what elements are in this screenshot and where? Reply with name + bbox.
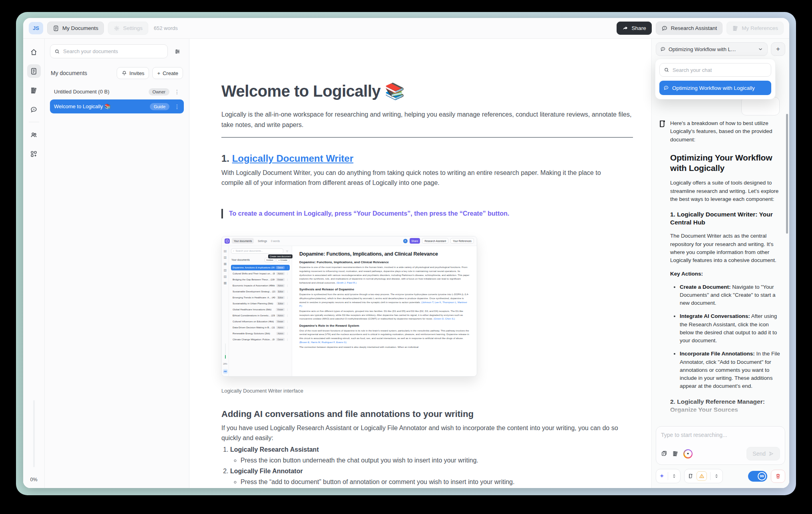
document-editor[interactable]: Welcome to Logically 📚 Logically is the …: [189, 39, 651, 488]
chevron-down-icon: [758, 46, 763, 52]
home-nav-button[interactable]: [27, 45, 41, 59]
document-title: Welcome to Logically 📚: [221, 82, 633, 101]
share-icon: [622, 25, 629, 32]
credits-toggle[interactable]: 99: [748, 471, 767, 482]
screenshot-settings-button: Settings: [256, 238, 269, 244]
warning-icon: [699, 473, 705, 479]
assistant-intro: Here's a breakdown of how to best utiliz…: [670, 119, 781, 144]
image-caption: Logically Document Writer interface: [221, 388, 633, 394]
chat-selector-dropdown[interactable]: Optimizing Workflow with L…: [656, 42, 768, 56]
screenshot-rail-avatar: AW: [223, 369, 228, 374]
section-2-heading: Adding AI conversations and file annotat…: [221, 409, 633, 419]
document-name: Untitled Document (0 B): [54, 89, 145, 95]
screenshot-doc-item: Sustainable Development Strategi... (21k…: [231, 289, 290, 294]
chat-toolbar: ✦ 99: [652, 468, 789, 488]
rail-divider: [29, 122, 39, 122]
chat-icon: [663, 85, 669, 91]
screenshot-doc-item: Global Healthcare Innovations (6kb)Viewe…: [231, 307, 290, 312]
my-documents-button[interactable]: My Documents: [47, 22, 104, 35]
research-assistant-button[interactable]: Research Assistant: [656, 22, 723, 35]
screenshot-doc-item: Bridging the Gap Between Theor... (19kb)…: [231, 277, 290, 282]
updown-chevron-icon[interactable]: [671, 473, 677, 479]
document-writer-link[interactable]: Logically Document Writer: [232, 153, 354, 164]
warning-chip[interactable]: [697, 471, 707, 481]
document-icon: [53, 25, 59, 32]
item-menu-button[interactable]: ⋮: [173, 103, 181, 110]
embedded-screenshot: Your documents Settings 0 words A Share …: [221, 236, 477, 377]
chat-scrollbar[interactable]: [786, 114, 788, 234]
screenshot-doc-item: Emerging Trends in Healthcare: A... (40k…: [231, 295, 290, 300]
filter-button[interactable]: [171, 45, 184, 58]
model-selector[interactable]: ✦: [656, 469, 681, 483]
app-window: JS My Documents Settings 652 words Share: [23, 18, 789, 488]
screenshot-doc-item: Ethical Considerations in Genetic... (15…: [231, 313, 290, 318]
books-icon: [732, 25, 738, 32]
my-documents-label: My Documents: [62, 25, 98, 31]
search-icon: [54, 49, 60, 54]
chat-input-placeholder[interactable]: Type to start researching...: [661, 432, 780, 438]
chat-input-card[interactable]: Type to start researching... ✦ Send: [656, 426, 785, 465]
screenshot-research-assistant-button: Research Assistant: [422, 238, 448, 244]
chat-search-input[interactable]: [673, 67, 767, 73]
screenshot-doc-item: Data-Driven Decision Making in B... (11k…: [231, 325, 290, 330]
ai-sparkle-ring-icon[interactable]: ✦: [683, 449, 693, 458]
documents-search[interactable]: [50, 44, 168, 58]
screenshot-icon-rail: ▤▥▦▧▨▩ 28% AW: [222, 246, 229, 376]
references-nav-button[interactable]: [27, 83, 41, 97]
logically-ai-icon: [688, 473, 693, 479]
chat-menu-item-label: Optimizing Workflow with Logically: [672, 85, 755, 91]
references-context-icon[interactable]: [672, 450, 679, 457]
chat-dropdown-menu: Optimizing Workflow with Logically: [655, 59, 776, 99]
chat-icon: [30, 106, 38, 113]
send-button[interactable]: Send: [746, 447, 780, 460]
document-list-item-selected[interactable]: Welcome to Logically 📚 Guide ⋮: [50, 99, 184, 113]
documents-search-input[interactable]: [63, 48, 163, 54]
faded-text-line: [670, 417, 757, 421]
topbar: JS My Documents Settings 652 words Share: [23, 18, 789, 39]
share-label: Share: [632, 25, 646, 31]
create-document-button[interactable]: + Create: [152, 67, 183, 79]
integrations-nav-button[interactable]: [27, 147, 41, 161]
screenshot-doc-item: Economic Impacts of Automation (48kb)Adm…: [231, 283, 290, 288]
teams-nav-button[interactable]: [27, 128, 41, 141]
apps-plus-icon: [30, 150, 38, 158]
screenshot-word-count: 0 words: [271, 240, 280, 242]
document-divider: [221, 137, 633, 138]
screenshot-documents-panel: ⌕Search your documents... ▽ Create new d…: [229, 246, 292, 376]
search-icon: [664, 67, 669, 73]
add-chat-context-icon[interactable]: [661, 450, 667, 457]
screenshot-doc-item: Renewable Energy Solutions (2kb)Admin⋮: [231, 331, 290, 336]
updown-chevron-icon[interactable]: [714, 473, 719, 479]
send-icon: [768, 451, 774, 456]
chat-nav-button[interactable]: [27, 103, 41, 116]
screen: JS My Documents Settings 652 words Share: [0, 0, 812, 514]
usage-progress-label: 0%: [30, 477, 37, 482]
context-selector[interactable]: [684, 469, 723, 483]
item-menu-button[interactable]: ⋮: [173, 89, 181, 95]
list-item: Logically Research Assistant Press the i…: [230, 446, 633, 465]
logically-logo: [225, 238, 230, 244]
instructions-list: Logically Research Assistant Press the i…: [230, 446, 633, 487]
invites-button[interactable]: Invites: [117, 67, 149, 79]
chat-menu-item-selected[interactable]: Optimizing Workflow with Logically: [659, 81, 771, 95]
document-list-item[interactable]: Untitled Document (0 B) Owner ⋮: [50, 85, 184, 99]
tip-blockquote: To create a document in Logically, press…: [221, 209, 621, 218]
delete-chat-button[interactable]: [771, 470, 785, 483]
screenshot-doc-item: Climate Change Mitigation: Policie... (9…: [231, 337, 290, 342]
assistant-message: Here's a breakdown of how to best utiliz…: [658, 119, 781, 421]
new-chat-button[interactable]: +: [771, 42, 785, 56]
screenshot-tooltip: Create new document: [268, 254, 293, 258]
screenshot-topbar: Your documents Settings 0 words A Share …: [222, 236, 477, 246]
settings-button[interactable]: Settings: [108, 22, 148, 35]
share-button[interactable]: Share: [617, 22, 652, 35]
user-avatar[interactable]: JS: [29, 22, 43, 34]
documents-nav-button[interactable]: [27, 64, 41, 78]
assistant-paragraph: Logically offers a suite of tools design…: [670, 179, 781, 203]
assistant-heading: Optimizing Your Workflow with Logically: [670, 153, 781, 174]
create-label: Create: [163, 70, 178, 76]
section-1-heading: 1. Logically Document Writer: [221, 153, 633, 164]
gear-icon: [113, 25, 120, 32]
sparkle-icon: ✦: [659, 472, 665, 480]
chat-search[interactable]: [659, 63, 771, 77]
my-references-button[interactable]: My References: [726, 22, 784, 35]
